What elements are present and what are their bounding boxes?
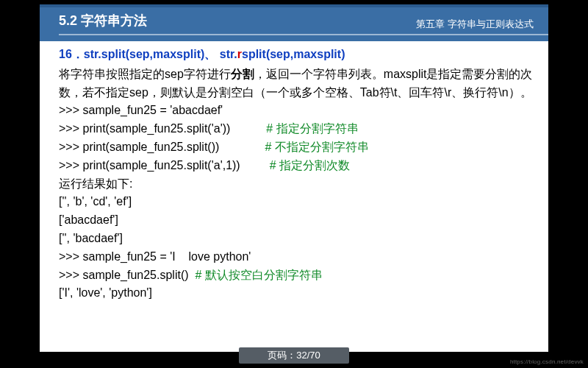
result-1: ['', 'b', 'cd', 'ef'] [59, 193, 541, 211]
code-line-2: >>> print(sample_fun25.split('a')) # 指定分… [59, 120, 541, 138]
result-label: 运行结果如下: [59, 175, 541, 194]
description: 将字符串按照指定的sep字符进行分割，返回一个字符串列表。maxsplit是指定… [59, 66, 541, 102]
chapter-label: 第五章 字符串与正则表达式 [416, 18, 534, 31]
title-number: 16． [59, 48, 84, 60]
code-line-10: >>> sample_fun25.split() # 默认按空白分割字符串 [59, 266, 541, 285]
comment-3: # 不指定分割字符串 [265, 141, 369, 153]
slide: 5.2 字符串方法 第五章 字符串与正则表达式 16．str.split(sep… [40, 4, 548, 352]
desc-a: 将字符串按照指定的sep字符进行 [59, 68, 231, 80]
code-line-9: >>> sample_fun25 = 'I love python' [59, 248, 541, 266]
comment-4: # 指定分割次数 [270, 159, 350, 171]
title-part-b: split(sep,maxsplit) [242, 48, 345, 60]
code-line-3: >>> print(sample_fun25.split()) # 不指定分割字… [59, 138, 541, 157]
item-title: 16．str.split(sep,maxsplit)、 str.rsplit(s… [59, 46, 541, 64]
stage: 5.2 字符串方法 第五章 字符串与正则表达式 16．str.split(sep… [0, 0, 588, 368]
code-line-4: >>> print(sample_fun25.split('a',1)) # 指… [59, 157, 541, 175]
page-indicator: 页码：32/70 [239, 347, 349, 364]
result-3: ['', 'bacdaef'] [59, 230, 541, 248]
comment-2: # 指定分割字符串 [266, 122, 358, 135]
desc-bold: 分割 [231, 68, 254, 80]
code-2: >>> print(sample_fun25.split('a')) [59, 122, 230, 135]
title-part-a: str.split(sep,maxsplit)、 str. [84, 48, 237, 60]
comment-10: # 默认按空白分割字符串 [195, 269, 322, 281]
slide-body: 16．str.split(sep,maxsplit)、 str.rsplit(s… [59, 46, 541, 347]
code-4: >>> print(sample_fun25.split('a',1)) [59, 159, 240, 171]
code-line-1: >>> sample_fun25 = 'abacdaef' [59, 102, 541, 120]
code-10: >>> sample_fun25.split() [59, 269, 195, 281]
result-2: ['abacdaef'] [59, 211, 541, 230]
code-3: >>> print(sample_fun25.split()) [59, 141, 219, 153]
watermark: https://blog.csdn.net/devvk [510, 358, 584, 365]
result-4: ['I', 'love', 'python'] [59, 284, 541, 302]
slide-header: 5.2 字符串方法 第五章 字符串与正则表达式 [40, 4, 548, 41]
